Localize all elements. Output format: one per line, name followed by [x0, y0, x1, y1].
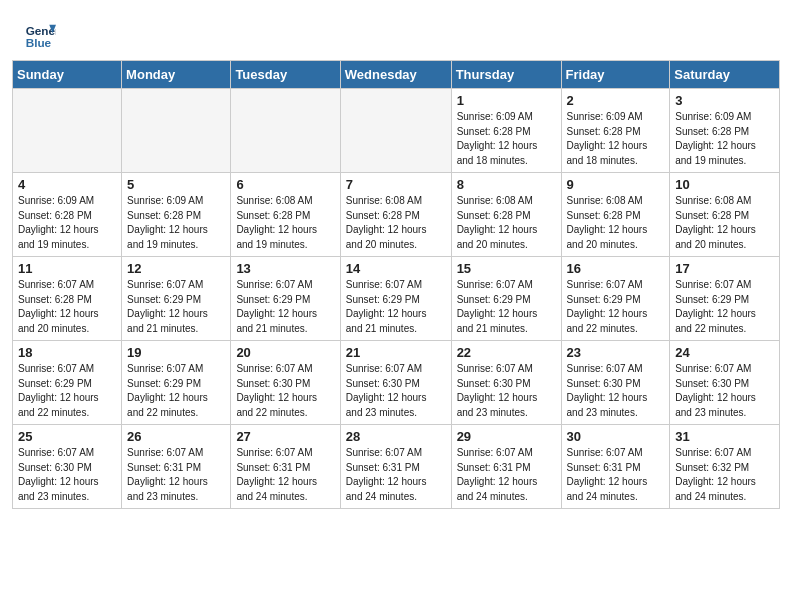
day-info: Sunrise: 6:09 AMSunset: 6:28 PMDaylight:…: [675, 110, 774, 168]
day-number: 19: [127, 345, 225, 360]
calendar-cell: 28Sunrise: 6:07 AMSunset: 6:31 PMDayligh…: [340, 425, 451, 509]
day-number: 26: [127, 429, 225, 444]
calendar-cell: 22Sunrise: 6:07 AMSunset: 6:30 PMDayligh…: [451, 341, 561, 425]
calendar-cell: [231, 89, 340, 173]
day-number: 16: [567, 261, 665, 276]
weekday-wednesday: Wednesday: [340, 61, 451, 89]
day-number: 28: [346, 429, 446, 444]
day-info: Sunrise: 6:09 AMSunset: 6:28 PMDaylight:…: [457, 110, 556, 168]
calendar-cell: 5Sunrise: 6:09 AMSunset: 6:28 PMDaylight…: [122, 173, 231, 257]
day-number: 2: [567, 93, 665, 108]
day-info: Sunrise: 6:07 AMSunset: 6:32 PMDaylight:…: [675, 446, 774, 504]
weekday-friday: Friday: [561, 61, 670, 89]
week-row-3: 11Sunrise: 6:07 AMSunset: 6:28 PMDayligh…: [13, 257, 780, 341]
day-info: Sunrise: 6:07 AMSunset: 6:29 PMDaylight:…: [18, 362, 116, 420]
calendar-cell: 13Sunrise: 6:07 AMSunset: 6:29 PMDayligh…: [231, 257, 340, 341]
weekday-header-row: SundayMondayTuesdayWednesdayThursdayFrid…: [13, 61, 780, 89]
logo-icon: General Blue: [24, 18, 56, 50]
weekday-saturday: Saturday: [670, 61, 780, 89]
day-info: Sunrise: 6:07 AMSunset: 6:31 PMDaylight:…: [127, 446, 225, 504]
calendar-cell: 30Sunrise: 6:07 AMSunset: 6:31 PMDayligh…: [561, 425, 670, 509]
day-number: 23: [567, 345, 665, 360]
calendar-cell: 14Sunrise: 6:07 AMSunset: 6:29 PMDayligh…: [340, 257, 451, 341]
day-number: 1: [457, 93, 556, 108]
day-info: Sunrise: 6:07 AMSunset: 6:30 PMDaylight:…: [675, 362, 774, 420]
calendar-table: SundayMondayTuesdayWednesdayThursdayFrid…: [12, 60, 780, 509]
day-number: 27: [236, 429, 334, 444]
day-number: 4: [18, 177, 116, 192]
day-number: 22: [457, 345, 556, 360]
day-number: 31: [675, 429, 774, 444]
day-info: Sunrise: 6:07 AMSunset: 6:30 PMDaylight:…: [346, 362, 446, 420]
day-number: 24: [675, 345, 774, 360]
calendar-cell: 27Sunrise: 6:07 AMSunset: 6:31 PMDayligh…: [231, 425, 340, 509]
day-number: 13: [236, 261, 334, 276]
calendar-cell: 7Sunrise: 6:08 AMSunset: 6:28 PMDaylight…: [340, 173, 451, 257]
calendar-cell: 18Sunrise: 6:07 AMSunset: 6:29 PMDayligh…: [13, 341, 122, 425]
day-info: Sunrise: 6:09 AMSunset: 6:28 PMDaylight:…: [18, 194, 116, 252]
day-number: 20: [236, 345, 334, 360]
calendar-cell: 8Sunrise: 6:08 AMSunset: 6:28 PMDaylight…: [451, 173, 561, 257]
weekday-monday: Monday: [122, 61, 231, 89]
day-info: Sunrise: 6:07 AMSunset: 6:31 PMDaylight:…: [346, 446, 446, 504]
day-info: Sunrise: 6:08 AMSunset: 6:28 PMDaylight:…: [567, 194, 665, 252]
day-info: Sunrise: 6:07 AMSunset: 6:30 PMDaylight:…: [457, 362, 556, 420]
day-info: Sunrise: 6:08 AMSunset: 6:28 PMDaylight:…: [457, 194, 556, 252]
day-info: Sunrise: 6:08 AMSunset: 6:28 PMDaylight:…: [675, 194, 774, 252]
calendar-cell: 9Sunrise: 6:08 AMSunset: 6:28 PMDaylight…: [561, 173, 670, 257]
day-info: Sunrise: 6:07 AMSunset: 6:30 PMDaylight:…: [567, 362, 665, 420]
calendar-body: 1Sunrise: 6:09 AMSunset: 6:28 PMDaylight…: [13, 89, 780, 509]
day-number: 18: [18, 345, 116, 360]
logo: General Blue: [24, 18, 58, 50]
day-info: Sunrise: 6:07 AMSunset: 6:29 PMDaylight:…: [567, 278, 665, 336]
calendar-cell: 6Sunrise: 6:08 AMSunset: 6:28 PMDaylight…: [231, 173, 340, 257]
calendar-cell: 19Sunrise: 6:07 AMSunset: 6:29 PMDayligh…: [122, 341, 231, 425]
calendar-cell: 10Sunrise: 6:08 AMSunset: 6:28 PMDayligh…: [670, 173, 780, 257]
calendar-cell: 12Sunrise: 6:07 AMSunset: 6:29 PMDayligh…: [122, 257, 231, 341]
day-number: 21: [346, 345, 446, 360]
calendar-cell: 3Sunrise: 6:09 AMSunset: 6:28 PMDaylight…: [670, 89, 780, 173]
day-number: 17: [675, 261, 774, 276]
calendar-cell: 31Sunrise: 6:07 AMSunset: 6:32 PMDayligh…: [670, 425, 780, 509]
calendar-wrap: SundayMondayTuesdayWednesdayThursdayFrid…: [0, 60, 792, 521]
day-info: Sunrise: 6:08 AMSunset: 6:28 PMDaylight:…: [236, 194, 334, 252]
day-number: 10: [675, 177, 774, 192]
day-info: Sunrise: 6:07 AMSunset: 6:31 PMDaylight:…: [236, 446, 334, 504]
day-number: 15: [457, 261, 556, 276]
week-row-5: 25Sunrise: 6:07 AMSunset: 6:30 PMDayligh…: [13, 425, 780, 509]
day-number: 29: [457, 429, 556, 444]
weekday-sunday: Sunday: [13, 61, 122, 89]
day-number: 30: [567, 429, 665, 444]
week-row-2: 4Sunrise: 6:09 AMSunset: 6:28 PMDaylight…: [13, 173, 780, 257]
day-number: 11: [18, 261, 116, 276]
calendar-cell: 16Sunrise: 6:07 AMSunset: 6:29 PMDayligh…: [561, 257, 670, 341]
day-info: Sunrise: 6:07 AMSunset: 6:29 PMDaylight:…: [127, 362, 225, 420]
day-info: Sunrise: 6:07 AMSunset: 6:30 PMDaylight:…: [236, 362, 334, 420]
calendar-cell: [122, 89, 231, 173]
calendar-cell: 26Sunrise: 6:07 AMSunset: 6:31 PMDayligh…: [122, 425, 231, 509]
page-header: General Blue: [0, 0, 792, 60]
calendar-cell: 25Sunrise: 6:07 AMSunset: 6:30 PMDayligh…: [13, 425, 122, 509]
day-number: 5: [127, 177, 225, 192]
day-info: Sunrise: 6:07 AMSunset: 6:29 PMDaylight:…: [236, 278, 334, 336]
day-info: Sunrise: 6:09 AMSunset: 6:28 PMDaylight:…: [567, 110, 665, 168]
calendar-cell: 24Sunrise: 6:07 AMSunset: 6:30 PMDayligh…: [670, 341, 780, 425]
calendar-cell: 20Sunrise: 6:07 AMSunset: 6:30 PMDayligh…: [231, 341, 340, 425]
day-info: Sunrise: 6:07 AMSunset: 6:31 PMDaylight:…: [457, 446, 556, 504]
day-info: Sunrise: 6:09 AMSunset: 6:28 PMDaylight:…: [127, 194, 225, 252]
day-number: 3: [675, 93, 774, 108]
week-row-4: 18Sunrise: 6:07 AMSunset: 6:29 PMDayligh…: [13, 341, 780, 425]
day-number: 25: [18, 429, 116, 444]
day-info: Sunrise: 6:07 AMSunset: 6:30 PMDaylight:…: [18, 446, 116, 504]
calendar-cell: [13, 89, 122, 173]
day-info: Sunrise: 6:07 AMSunset: 6:29 PMDaylight:…: [127, 278, 225, 336]
calendar-cell: 29Sunrise: 6:07 AMSunset: 6:31 PMDayligh…: [451, 425, 561, 509]
calendar-cell: 23Sunrise: 6:07 AMSunset: 6:30 PMDayligh…: [561, 341, 670, 425]
day-number: 14: [346, 261, 446, 276]
calendar-cell: 11Sunrise: 6:07 AMSunset: 6:28 PMDayligh…: [13, 257, 122, 341]
day-number: 9: [567, 177, 665, 192]
week-row-1: 1Sunrise: 6:09 AMSunset: 6:28 PMDaylight…: [13, 89, 780, 173]
day-info: Sunrise: 6:07 AMSunset: 6:28 PMDaylight:…: [18, 278, 116, 336]
day-info: Sunrise: 6:07 AMSunset: 6:29 PMDaylight:…: [675, 278, 774, 336]
day-info: Sunrise: 6:07 AMSunset: 6:29 PMDaylight:…: [346, 278, 446, 336]
